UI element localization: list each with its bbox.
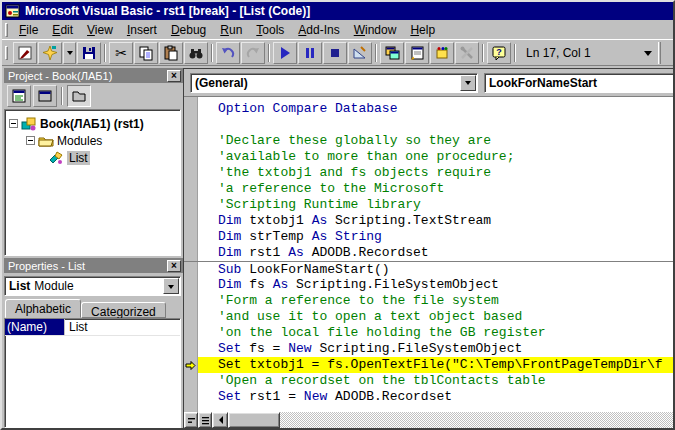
menu-tools[interactable]: Tools <box>249 21 291 39</box>
code-line[interactable]: Dim txtobj1 As Scripting.TextStream <box>184 213 673 229</box>
code-line[interactable]: 'and use it to open a text object based <box>184 309 673 325</box>
menu-edit[interactable]: Edit <box>45 21 80 39</box>
copy-button[interactable] <box>134 42 158 64</box>
code-line-text[interactable]: 'Declare these globally so they are <box>198 133 673 149</box>
cut-button[interactable]: ✂ <box>109 42 133 64</box>
paste-button[interactable] <box>159 42 183 64</box>
code-line[interactable]: 'the txtobj1 and fs objects require <box>184 165 673 181</box>
margin-indicator-bar[interactable] <box>184 165 198 181</box>
toggle-folders-button[interactable] <box>67 85 91 107</box>
menu-view[interactable]: View <box>80 21 120 39</box>
margin-indicator-bar[interactable] <box>184 309 198 325</box>
tree-item-list-module[interactable]: List <box>9 149 180 166</box>
code-line[interactable]: 'available to more than one procedure; <box>184 149 673 165</box>
execution-point-margin[interactable] <box>184 357 198 373</box>
margin-indicator-bar[interactable] <box>184 405 198 412</box>
margin-indicator-bar[interactable] <box>184 101 198 117</box>
toolbar-grip[interactable] <box>5 46 8 60</box>
view-code-button[interactable] <box>7 85 31 107</box>
menu-grip[interactable] <box>5 23 8 37</box>
tree-item-modules[interactable]: Modules <box>9 132 180 149</box>
collapse-icon[interactable] <box>26 136 35 145</box>
margin-indicator-bar[interactable] <box>184 277 198 293</box>
code-line-text[interactable]: 'on the local file holding the GB regist… <box>198 325 673 341</box>
full-module-view-button[interactable] <box>198 412 212 428</box>
code-line[interactable]: Sub LookForNameStart() <box>184 261 673 277</box>
redo-button[interactable] <box>241 42 265 64</box>
menu-debug[interactable]: Debug <box>164 21 213 39</box>
help-button[interactable]: ? <box>487 42 511 64</box>
code-line-text[interactable]: Sub LookForNameStart() <box>198 262 673 277</box>
code-line[interactable]: 'Scripting Runtime library <box>184 197 673 213</box>
margin-indicator-bar[interactable] <box>184 181 198 197</box>
reset-button[interactable] <box>323 42 347 64</box>
collapse-icon[interactable] <box>9 119 18 128</box>
project-panel-close-button[interactable]: × <box>167 70 181 82</box>
object-dropdown[interactable]: (General) <box>190 73 478 93</box>
margin-indicator-bar[interactable] <box>184 133 198 149</box>
code-line-text[interactable]: Dim strTemp As String <box>198 229 673 245</box>
view-microsoft-access-button[interactable] <box>13 42 37 64</box>
margin-indicator-bar[interactable] <box>184 229 198 245</box>
margin-indicator-bar[interactable] <box>184 245 198 261</box>
code-line[interactable]: Set rst1 = New ADODB.Recordset <box>184 389 673 405</box>
code-line-text[interactable]: Set rst1 = New ADODB.Recordset <box>198 389 673 405</box>
code-line[interactable]: Dim fs As Scripting.FileSystemObject <box>184 277 673 293</box>
tree-item-project[interactable]: Book(ЛАБ1) (rst1) <box>9 115 180 132</box>
code-line-text[interactable]: Set txtobj1 = fs.OpenTextFile("C:\Temp\F… <box>198 357 673 373</box>
code-line[interactable]: Option Compare Database <box>184 101 673 117</box>
save-button[interactable] <box>77 42 101 64</box>
code-editor[interactable]: Option Compare Database'Declare these gl… <box>184 97 673 412</box>
properties-panel-close-button[interactable]: × <box>167 260 181 272</box>
properties-window-button[interactable] <box>405 42 429 64</box>
menu-window[interactable]: Window <box>347 21 404 39</box>
code-line-text[interactable]: 'a reference to the Microsoft <box>198 181 673 197</box>
menu-run[interactable]: Run <box>213 21 249 39</box>
code-line-current[interactable]: Set txtobj1 = fs.OpenTextFile("C:\Temp\F… <box>184 357 673 373</box>
scrollbar-thumb[interactable] <box>228 412 280 428</box>
code-line[interactable]: 'on the local file holding the GB regist… <box>184 325 673 341</box>
menu-help[interactable]: Help <box>403 21 442 39</box>
find-button[interactable] <box>184 42 208 64</box>
code-line-text[interactable]: 'Scripting Runtime library <box>198 197 673 213</box>
object-dropdown-button[interactable] <box>460 75 476 91</box>
menu-addins[interactable]: Add-Ins <box>291 21 346 39</box>
code-line-text[interactable]: Dim fs As Scripting.FileSystemObject <box>198 277 673 293</box>
code-line-text[interactable]: Set fs = New Scripting.FileSystemObject <box>198 341 673 357</box>
toolbar-options-chevron-icon[interactable] <box>644 51 652 60</box>
break-button[interactable] <box>298 42 322 64</box>
margin-indicator-bar[interactable] <box>184 117 198 133</box>
code-line-text[interactable]: Option Compare Database <box>198 101 673 117</box>
view-object-button[interactable] <box>33 85 57 107</box>
insert-module-dropdown[interactable] <box>63 42 76 64</box>
toolbox-button[interactable] <box>455 42 479 64</box>
code-line-text[interactable]: 'the txtobj1 and fs objects require <box>198 165 673 181</box>
insert-module-button[interactable] <box>38 42 62 64</box>
code-line-text[interactable]: Dim rst1 As ADODB.Recordset <box>198 245 673 261</box>
undo-button[interactable] <box>216 42 240 64</box>
margin-indicator-bar[interactable] <box>184 341 198 357</box>
code-line-text[interactable] <box>198 117 673 133</box>
scroll-left-button[interactable] <box>212 412 228 428</box>
menu-file[interactable]: File <box>12 21 45 39</box>
property-name-cell[interactable]: (Name) <box>5 319 65 335</box>
margin-indicator-bar[interactable] <box>184 197 198 213</box>
margin-indicator-bar[interactable] <box>184 213 198 229</box>
code-line[interactable]: 'a reference to the Microsoft <box>184 181 673 197</box>
code-line-text[interactable]: 'available to more than one procedure; <box>198 149 673 165</box>
code-line[interactable]: 'Open a recordset on the tblContacts tab… <box>184 373 673 389</box>
editor-filler[interactable] <box>184 405 673 412</box>
code-line[interactable]: Dim rst1 As ADODB.Recordset <box>184 245 673 261</box>
procedure-view-button[interactable] <box>184 412 198 428</box>
design-mode-button[interactable] <box>348 42 372 64</box>
code-line[interactable]: Set fs = New Scripting.FileSystemObject <box>184 341 673 357</box>
code-line-text[interactable]: 'and use it to open a text object based <box>198 309 673 325</box>
menu-insert[interactable]: Insert <box>120 21 164 39</box>
margin-indicator-bar[interactable] <box>184 373 198 389</box>
procedure-dropdown[interactable]: LookForNameStart <box>484 73 673 93</box>
code-line-text[interactable]: 'Open a recordset on the tblContacts tab… <box>198 373 673 389</box>
property-row[interactable]: (Name) List <box>5 319 180 336</box>
tab-alphabetic[interactable]: Alphabetic <box>5 299 81 318</box>
object-selector-combo[interactable]: List Module <box>4 276 181 296</box>
object-selector-dropdown-button[interactable] <box>163 278 179 294</box>
